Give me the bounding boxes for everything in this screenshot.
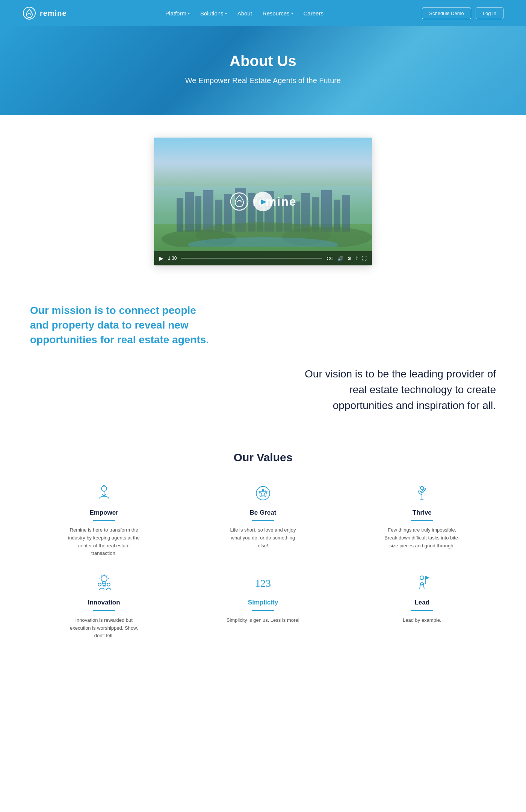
- login-button[interactable]: Log In: [476, 8, 503, 19]
- hero-section: About Us We Empower Real Estate Agents o…: [0, 26, 526, 115]
- svg-text:123: 123: [255, 577, 271, 589]
- svg-point-30: [107, 583, 110, 586]
- mission-vision-section: Our mission is to connect people and pro…: [0, 280, 526, 429]
- platform-caret: ▾: [188, 11, 190, 15]
- svg-point-25: [101, 486, 107, 491]
- video-time: 1:30: [168, 256, 177, 261]
- lead-desc: Lead by example.: [384, 617, 459, 624]
- values-section: Our Values Empower Remine is here to tra…: [0, 429, 526, 670]
- vision-text: Our vision is to be the leading provider…: [301, 366, 496, 414]
- resources-caret: ▾: [291, 11, 293, 15]
- empower-desc: Remine is here to transform the industry…: [67, 526, 142, 557]
- play-button[interactable]: [253, 192, 273, 211]
- schedule-demo-button[interactable]: Schedule Demo: [422, 8, 471, 19]
- video-controls: ▶ 1:30 CC 🔊 ⚙ ⤴ ⛶: [154, 251, 372, 265]
- values-title: Our Values: [30, 451, 496, 464]
- values-grid: Empower Remine is here to transform the …: [30, 483, 496, 640]
- svg-point-31: [98, 583, 101, 586]
- video-player[interactable]: remine ▶ 1:30 CC 🔊 ⚙ ⤴ ⛶: [154, 138, 372, 265]
- thrive-name: Thrive: [348, 509, 496, 517]
- video-section: remine ▶ 1:30 CC 🔊 ⚙ ⤴ ⛶: [0, 115, 526, 280]
- logo-text: remine: [40, 9, 67, 18]
- mission-text: Our mission is to connect people and pro…: [30, 303, 210, 347]
- navbar: remine Platform ▾ Solutions ▾ About Reso…: [0, 0, 526, 26]
- innovation-divider: [93, 610, 115, 611]
- hero-title: About Us: [23, 53, 503, 70]
- value-empower: Empower Remine is here to transform the …: [30, 483, 178, 558]
- nav-resources[interactable]: Resources ▾: [263, 10, 293, 17]
- nav-actions: Schedule Demo Log In: [422, 8, 503, 19]
- nav-about[interactable]: About: [237, 10, 252, 17]
- volume-icon[interactable]: 🔊: [337, 256, 343, 261]
- svg-point-33: [420, 576, 424, 580]
- video-logo-icon: [230, 192, 249, 211]
- value-innovation: Innovation Innovation is rewarded but ex…: [30, 573, 178, 640]
- svg-point-26: [256, 486, 270, 500]
- solutions-caret: ▾: [225, 11, 227, 15]
- nav-careers[interactable]: Careers: [304, 10, 323, 17]
- innovation-icon: [94, 573, 115, 594]
- be-great-icon: [252, 483, 274, 504]
- logo[interactable]: remine: [23, 6, 67, 20]
- fullscreen-icon[interactable]: ⛶: [362, 256, 367, 261]
- empower-name: Empower: [30, 509, 178, 517]
- settings-icon[interactable]: ⚙: [347, 256, 352, 261]
- video-control-icons: CC 🔊 ⚙ ⤴ ⛶: [326, 256, 367, 261]
- be-great-desc: Life is short, so love and enjoy what yo…: [225, 526, 301, 550]
- value-lead: Lead Lead by example.: [348, 573, 496, 640]
- simplicity-icon: 123: [252, 573, 274, 594]
- video-overlay: remine: [154, 138, 372, 265]
- empower-divider: [93, 520, 115, 521]
- simplicity-desc: Simplicity is genius. Less is more!: [225, 617, 301, 624]
- hero-subtitle: We Empower Real Estate Agents of the Fut…: [23, 76, 503, 85]
- value-be-great: Be Great Life is short, so love and enjo…: [189, 483, 337, 558]
- cc-icon[interactable]: CC: [326, 256, 334, 261]
- svg-point-27: [259, 489, 267, 497]
- share-icon[interactable]: ⤴: [355, 256, 358, 261]
- innovation-desc: Innovation is rewarded but execution is …: [67, 617, 142, 640]
- play-pause-button[interactable]: ▶: [159, 255, 163, 261]
- nav-platform[interactable]: Platform ▾: [165, 10, 190, 17]
- lead-divider: [411, 610, 433, 611]
- svg-point-29: [101, 576, 107, 582]
- thrive-icon: [411, 483, 432, 504]
- empower-icon: [94, 483, 115, 504]
- nav-solutions[interactable]: Solutions ▾: [200, 10, 227, 17]
- innovation-name: Innovation: [30, 599, 178, 606]
- svg-point-28: [420, 486, 423, 489]
- be-great-divider: [252, 520, 274, 521]
- progress-bar[interactable]: [181, 258, 322, 259]
- lead-icon: [411, 573, 432, 594]
- thrive-desc: Few things are truly impossible. Break d…: [384, 526, 459, 550]
- value-thrive: Thrive Few things are truly impossible. …: [348, 483, 496, 558]
- simplicity-name: Simplicity: [189, 599, 337, 606]
- value-simplicity: 123 Simplicity Simplicity is genius. Les…: [189, 573, 337, 640]
- thrive-divider: [411, 520, 433, 521]
- simplicity-divider: [252, 610, 274, 611]
- be-great-name: Be Great: [189, 509, 337, 517]
- nav-links: Platform ▾ Solutions ▾ About Resources ▾…: [165, 10, 323, 17]
- logo-icon: [23, 6, 36, 20]
- lead-name: Lead: [348, 599, 496, 606]
